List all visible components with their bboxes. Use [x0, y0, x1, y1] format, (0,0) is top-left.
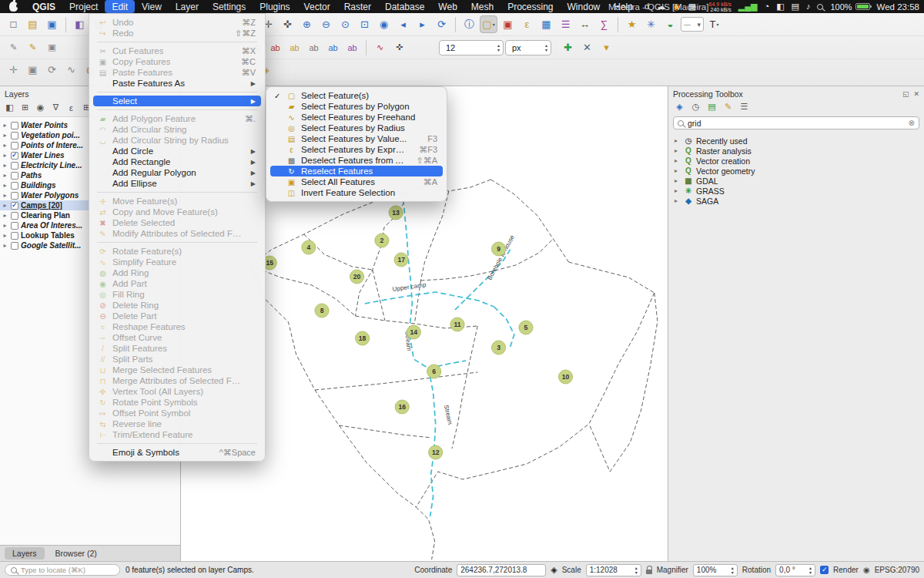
menu-item[interactable]: // Split Parts [93, 354, 261, 365]
pan-to-selection-icon[interactable]: ✜ [279, 15, 296, 33]
menu-item[interactable]: ✓ ε Select Features by Expression... ⌘F3 [270, 144, 443, 155]
menu-item[interactable]: ▣ Copy Features ⌘C [93, 56, 261, 67]
history-icon[interactable]: ◷ [689, 101, 702, 113]
menu-item[interactable]: ▰ Add Polygon Feature ⌘. [93, 113, 261, 124]
project-save-icon[interactable]: ▣ [43, 15, 61, 33]
layer-visibility-checkbox[interactable] [11, 182, 18, 190]
size-spinbox[interactable]: 12 ▴▾ [439, 40, 504, 55]
refresh-map-icon[interactable]: ⟳ [433, 15, 450, 33]
spotlight-search-icon[interactable] [817, 4, 823, 10]
volume-icon[interactable]: ♪ [806, 2, 811, 11]
select-features-icon[interactable]: ▢▾ [480, 15, 497, 33]
control-center-icon[interactable]: ◧ [776, 2, 784, 11]
menubar-item[interactable]: Window [561, 0, 608, 13]
layer-visibility-checkbox[interactable] [11, 212, 18, 220]
menubar-item[interactable]: Layer [169, 0, 206, 13]
crs-button[interactable]: EPSG:20790 [875, 566, 919, 574]
symbol-combo[interactable]: —▾ [681, 17, 704, 32]
algorithm-group-row[interactable]: ▸ ✳ GRASS [670, 186, 922, 196]
menubar-item[interactable]: View [135, 0, 169, 13]
menu-item[interactable]: ⇄ Copy and Move Feature(s) [93, 207, 261, 217]
menubar-item[interactable]: Edit [105, 0, 135, 13]
filter-legend-icon[interactable]: ∇ [49, 102, 62, 113]
temporal-controller-icon[interactable]: ✳ [642, 15, 660, 33]
menu-item[interactable]: ✓ ▢ Select Feature(s) [270, 90, 443, 101]
menu-item[interactable]: ↻ Rotate Point Symbols [93, 397, 261, 408]
menu-item[interactable]: Select ▶ [93, 96, 261, 106]
select-by-expression-icon[interactable]: ε [518, 15, 536, 33]
menu-item[interactable]: ✖ Delete Selected [93, 217, 261, 228]
scale-stepper[interactable]: ▴▾ [635, 566, 638, 575]
menu-item[interactable]: ✎ Modify Attributes of Selected Features [93, 228, 261, 239]
text-annotation-icon[interactable]: T▾ [705, 15, 723, 33]
layer-visibility-checkbox[interactable] [11, 162, 18, 170]
lock-scale-icon[interactable] [646, 570, 652, 574]
layer-visibility-checkbox[interactable] [11, 242, 18, 250]
layer-visibility-checkbox[interactable] [11, 132, 18, 139]
algorithm-group-row[interactable]: ▸ Q Vector geometry [670, 166, 922, 176]
algorithm-group-row[interactable]: ▸ ◷ Recently used [670, 136, 922, 146]
zoom-last-icon[interactable]: ◂ [394, 15, 412, 33]
menu-item[interactable]: ≈ Reshape Features [93, 321, 261, 332]
deselect-features-icon[interactable]: ▣ [499, 15, 517, 33]
options-icon[interactable]: ☰ [738, 101, 751, 113]
measure-icon[interactable]: ↔ [576, 15, 594, 33]
project-open-icon[interactable]: ▤ [24, 15, 42, 33]
menu-item[interactable]: ✂ Cut Features ⌘X [93, 45, 261, 56]
menu-item[interactable]: ⊢ Trim/Extend Feature [93, 429, 261, 440]
vertex-tool-icon[interactable]: ✜ [390, 39, 408, 56]
menu-item[interactable]: ↪ Redo ⇧⌘Z [93, 28, 261, 39]
zoom-next-icon[interactable]: ▸ [413, 15, 431, 33]
network-speed-indicator[interactable]: 64.9 kB/s 240 kB/s [709, 2, 732, 12]
expand-arrow-icon[interactable]: ▸ [2, 152, 8, 159]
activity-bars-icon[interactable]: ▂▄▆ [738, 2, 758, 11]
menubar-item[interactable]: Plugins [253, 0, 296, 13]
menubar-item[interactable]: Raster [337, 0, 378, 13]
menu-item[interactable]: ↦ Offset Point Symbol [93, 408, 261, 418]
project-new-icon[interactable]: □ [5, 15, 22, 33]
expand-arrow-icon[interactable]: ▸ [675, 147, 681, 154]
current-edits-icon[interactable]: ✎ [5, 39, 22, 56]
filter-by-expression-icon[interactable]: ε [65, 102, 78, 113]
label-pin-icon[interactable]: ab [286, 39, 303, 56]
tab-browser[interactable]: Browser (2) [48, 547, 105, 560]
algorithm-group-row[interactable]: ▸ Q Vector creation [670, 156, 922, 166]
expand-arrow-icon[interactable]: ▸ [2, 242, 8, 249]
locator-search-input[interactable]: Type to locate (⌘K) [5, 564, 120, 576]
expand-arrow-icon[interactable]: ▸ [675, 157, 681, 164]
zoom-full-icon[interactable]: ⊡ [356, 15, 373, 33]
menu-item[interactable]: Add Regular Polygon ▶ [93, 167, 261, 178]
identify-features-icon[interactable]: ⓘ [460, 15, 478, 33]
expand-arrow-icon[interactable]: ▸ [675, 197, 681, 204]
menu-item[interactable]: ✓ ▩ Deselect Features from All Layers ⇧⌘… [270, 155, 443, 166]
layer-visibility-checkbox[interactable] [11, 232, 18, 240]
menu-item[interactable]: ✓ ◎ Select Features by Radius [270, 123, 443, 133]
results-viewer-icon[interactable]: ▤ [705, 101, 718, 113]
menu-item[interactable]: ⊘ Delete Ring [93, 300, 261, 311]
move-feature-icon[interactable]: ✛ [5, 61, 22, 79]
snapping-icon[interactable]: ✚ [559, 39, 577, 56]
models-icon[interactable]: ◈ [673, 101, 686, 113]
unit-combo-stepper[interactable]: ▴▾ [545, 43, 547, 52]
statistical-summary-icon[interactable]: ∑ [595, 15, 613, 33]
menubar-item[interactable]: QGIS [25, 0, 62, 13]
copy-move-feature-icon[interactable]: ▣ [24, 61, 42, 79]
magnifier-spinbox[interactable]: 100% ▴▾ [693, 564, 738, 576]
menu-item[interactable]: ✓ ∿ Select Features by Freehand [270, 112, 443, 123]
layer-visibility-checkbox[interactable] [11, 222, 18, 230]
menu-item[interactable]: ◡ Add Circular String by Radius [93, 135, 261, 146]
menubar-item[interactable]: Vector [297, 0, 337, 13]
expand-arrow-icon[interactable]: ▸ [2, 192, 8, 199]
zoom-to-selection-icon[interactable]: ◉ [375, 15, 393, 33]
toolbox-search-input[interactable]: grid ⊗ [673, 116, 919, 129]
menu-item[interactable]: ⊓ Merge Attributes of Selected Features [93, 375, 261, 386]
discard-edits-icon[interactable]: ✕ [578, 39, 596, 56]
rotate-feature-icon[interactable]: ⟳ [43, 61, 61, 79]
menu-item[interactable]: ⟳ Rotate Feature(s) [93, 246, 261, 257]
menu-item[interactable]: ✓ ▤ Select Features by Value... F3 [270, 133, 443, 144]
layer-visibility-checkbox[interactable] [11, 192, 18, 200]
layer-labeling-single-icon[interactable]: ab [266, 39, 284, 56]
menu-item[interactable]: ∿ Simplify Feature [93, 257, 261, 267]
add-group-icon[interactable]: ⊞ [18, 102, 32, 113]
expand-arrow-icon[interactable]: ▸ [2, 142, 8, 149]
